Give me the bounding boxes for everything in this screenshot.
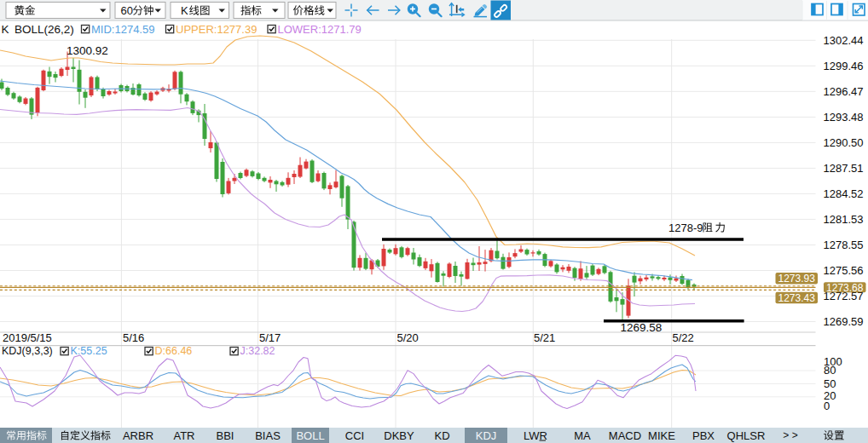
svg-text:5/22: 5/22	[673, 331, 694, 344]
svg-text:80: 80	[824, 364, 836, 377]
svg-text:5/20: 5/20	[397, 331, 419, 344]
svg-text:1269.59: 1269.59	[824, 315, 864, 328]
svg-text:1273.43: 1273.43	[778, 292, 816, 304]
svg-text:LOWER:1271.79: LOWER:1271.79	[278, 23, 362, 36]
svg-text:BOLL: BOLL	[296, 429, 324, 442]
svg-text:ARBR: ARBR	[123, 429, 153, 442]
svg-text:UPPER:1277.39: UPPER:1277.39	[176, 23, 257, 36]
svg-text:LWR: LWR	[524, 429, 547, 442]
svg-text:KDJ(9,3,3): KDJ(9,3,3)	[2, 345, 53, 357]
svg-text:D:66.46: D:66.46	[155, 345, 193, 357]
svg-text:1293.48: 1293.48	[824, 111, 864, 124]
svg-text:BOLL(26,2): BOLL(26,2)	[14, 23, 74, 36]
svg-text:> >: > >	[783, 429, 797, 441]
svg-text:1299.46: 1299.46	[824, 60, 864, 72]
svg-text:1273.93: 1273.93	[778, 273, 816, 285]
svg-text:1269.58: 1269.58	[621, 321, 663, 334]
svg-text:ATR: ATR	[173, 429, 194, 442]
svg-text:CCI: CCI	[345, 429, 364, 442]
svg-text:PBX: PBX	[692, 429, 715, 442]
svg-text:1278.55: 1278.55	[824, 239, 864, 251]
svg-text:1302.44: 1302.44	[824, 34, 864, 47]
svg-text:1296.47: 1296.47	[824, 85, 864, 98]
svg-text:2019/5/15: 2019/5/15	[3, 331, 52, 344]
svg-text:1278-9: 1278-9	[668, 222, 703, 234]
svg-text:KD: KD	[434, 429, 449, 442]
svg-text:1290.50: 1290.50	[824, 136, 864, 149]
svg-text:1273.68: 1273.68	[826, 282, 864, 294]
svg-text:0: 0	[824, 400, 830, 412]
svg-text:5/21: 5/21	[534, 331, 555, 344]
svg-text:BIAS: BIAS	[255, 429, 281, 442]
svg-text:MACD: MACD	[609, 429, 641, 442]
svg-text:5/17: 5/17	[259, 331, 281, 344]
svg-text:K: K	[2, 23, 9, 36]
svg-text:MA: MA	[574, 429, 591, 442]
svg-text:QHLSR: QHLSR	[727, 429, 766, 442]
svg-text:1300.92: 1300.92	[67, 44, 108, 57]
svg-text:K: K	[181, 4, 188, 17]
svg-text:50: 50	[824, 377, 836, 390]
svg-text:MIKE: MIKE	[648, 429, 675, 442]
svg-text:DKBY: DKBY	[384, 429, 414, 442]
svg-text:1275.56: 1275.56	[824, 264, 864, 277]
svg-text:1284.52: 1284.52	[824, 187, 864, 200]
svg-text:BBI: BBI	[217, 429, 234, 442]
svg-text:60: 60	[121, 4, 133, 17]
svg-text:K:55.25: K:55.25	[71, 345, 107, 357]
svg-text:J:32.82: J:32.82	[240, 345, 275, 357]
svg-text:KDJ: KDJ	[476, 429, 497, 442]
svg-text:1281.53: 1281.53	[824, 213, 864, 226]
svg-text:5/16: 5/16	[123, 331, 144, 344]
svg-text:1287.51: 1287.51	[824, 162, 864, 175]
svg-text:MID:1274.59: MID:1274.59	[91, 23, 154, 36]
